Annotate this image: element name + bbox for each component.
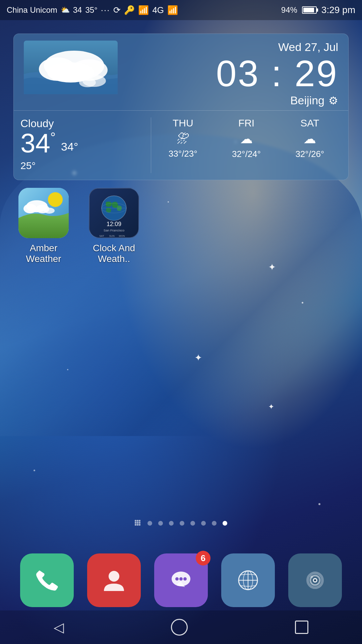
svg-text:MON: MON	[119, 234, 125, 237]
status-rotate-icon: ⟳	[113, 5, 121, 15]
star-dot	[302, 302, 303, 304]
battery-percent: 94%	[281, 5, 297, 15]
today-degree-symbol: °	[50, 130, 56, 145]
forecast-day-fri-label: FRI	[238, 117, 254, 129]
cloud-illustration	[24, 41, 216, 96]
svg-point-24	[175, 577, 179, 581]
status-left: China Unicom ⛅ 34 35° ··· ⟳ 🔑 📶 4G 📶	[7, 5, 281, 15]
page-dot-grid	[135, 520, 141, 527]
widget-location: Beijing ⚙	[216, 94, 338, 107]
forecast-days: THU ⛈ 33°/23° FRI ☁ 32°/24° SAT ☁ 32°/26…	[151, 117, 342, 173]
star-dot	[318, 503, 320, 505]
weather-widget: Wed 27, Jul 03 : 29 Beijing ⚙ Cloudy 34 …	[13, 34, 349, 180]
svg-text:San Francisco: San Francisco	[104, 228, 124, 232]
clock-weather-icon[interactable]: 12:09 San Francisco SAT SUN MON	[89, 188, 139, 238]
nav-back-icon: ◁	[54, 620, 64, 635]
page-dot-7[interactable]	[212, 521, 217, 526]
today-weather: Cloudy 34 ° 34° 25°	[20, 117, 151, 173]
star-icon: ✦	[194, 352, 202, 363]
forecast-fri-icon: ☁	[240, 131, 253, 146]
widget-clock: 03 : 29	[216, 55, 338, 92]
dock: 6	[0, 553, 362, 607]
status-dots: ···	[101, 5, 110, 15]
status-temp-max: 35°	[85, 5, 97, 15]
contacts-icon[interactable]	[87, 553, 141, 607]
today-temp-high: 34°	[61, 140, 78, 153]
forecast-thu-temps: 33°/23°	[169, 149, 197, 159]
clock-weather-app[interactable]: 12:09 San Francisco SAT SUN MON Clock An…	[84, 188, 144, 264]
svg-point-6	[79, 78, 96, 87]
forecast-day-thu-label: THU	[173, 117, 193, 129]
forecast-thu: THU ⛈ 33°/23°	[169, 117, 197, 173]
widget-date: Wed 27, Jul	[216, 41, 338, 54]
today-temp-low: 25°	[20, 158, 144, 173]
today-temp-row: 34 ° 34°	[20, 130, 144, 157]
status-time: 3:29 pm	[321, 5, 355, 15]
page-dot-3[interactable]	[169, 521, 174, 526]
dock-camera[interactable]	[288, 553, 342, 607]
status-key-icon: 🔑	[124, 5, 135, 15]
forecast-fri-temps: 32°/24°	[232, 149, 261, 159]
clock-weather-label: Clock And Weath..	[84, 243, 144, 264]
status-temp: 34	[73, 5, 82, 15]
svg-point-25	[179, 577, 183, 581]
page-dot-4[interactable]	[180, 521, 184, 526]
svg-point-10	[23, 204, 37, 213]
nav-home-icon	[171, 619, 188, 636]
svg-point-34	[314, 579, 316, 581]
battery-fill	[303, 8, 314, 12]
amber-weather-app[interactable]: Amber Weather	[13, 188, 74, 264]
dock-contacts[interactable]	[87, 553, 141, 607]
camera-icon[interactable]	[288, 553, 342, 607]
app-grid: Amber Weather	[13, 188, 144, 264]
browser-icon[interactable]	[221, 553, 275, 607]
battery-icon	[302, 6, 317, 14]
status-wifi-icon: 📶	[138, 5, 149, 15]
phone-icon[interactable]	[20, 553, 74, 607]
status-signal-icon: 📶	[167, 5, 178, 15]
amber-inner	[18, 188, 69, 238]
page-dot-8-active[interactable]	[223, 521, 227, 526]
star-dot	[67, 369, 68, 370]
status-bar: China Unicom ⛅ 34 35° ··· ⟳ 🔑 📶 4G 📶 94%…	[0, 0, 362, 20]
dock-browser[interactable]	[221, 553, 275, 607]
widget-bottom: Cloudy 34 ° 34° 25° THU ⛈ 33°/23° FRI ☁ …	[14, 110, 348, 180]
forecast-thu-icon: ⛈	[177, 131, 189, 146]
messages-badge: 6	[196, 551, 210, 566]
svg-point-12	[44, 208, 55, 214]
forecast-day-sat-label: SAT	[300, 117, 319, 129]
svg-text:12:09: 12:09	[107, 221, 121, 227]
dock-phone[interactable]	[20, 553, 74, 607]
settings-gear-icon[interactable]: ⚙	[328, 94, 338, 107]
svg-point-26	[183, 577, 187, 581]
star-dot	[34, 470, 35, 471]
amber-weather-icon[interactable]	[18, 188, 69, 238]
status-weather-icon: ⛅	[61, 6, 70, 14]
forecast-sat: SAT ☁ 32°/26°	[295, 117, 324, 173]
amber-weather-label: Amber Weather	[13, 243, 74, 264]
today-temp-current: 34	[20, 130, 50, 157]
battery-bar	[302, 6, 317, 14]
star-icon: ✦	[268, 262, 276, 273]
nav-recent-button[interactable]	[282, 615, 322, 639]
page-dot-2[interactable]	[158, 521, 163, 526]
status-4g-label: 4G	[152, 5, 164, 15]
star-icon: ✦	[268, 402, 274, 411]
svg-text:SAT: SAT	[99, 234, 104, 237]
nav-home-button[interactable]	[158, 613, 201, 641]
svg-point-35	[310, 576, 313, 578]
forecast-sat-temps: 32°/26°	[295, 149, 324, 159]
star-dot	[168, 201, 169, 203]
forecast-fri: FRI ☁ 32°/24°	[232, 117, 261, 173]
dock-messages[interactable]: 6	[154, 553, 208, 607]
widget-datetime: Wed 27, Jul 03 : 29 Beijing ⚙	[216, 41, 338, 107]
nav-back-button[interactable]: ◁	[40, 614, 77, 640]
page-dot-1[interactable]	[147, 521, 152, 526]
svg-point-22	[109, 571, 119, 582]
location-name: Beijing	[290, 94, 324, 107]
page-dots	[0, 520, 362, 527]
page-dot-6[interactable]	[201, 521, 206, 526]
svg-text:SUN: SUN	[109, 234, 114, 237]
page-dot-5[interactable]	[190, 521, 195, 526]
nav-recent-icon	[295, 621, 308, 634]
